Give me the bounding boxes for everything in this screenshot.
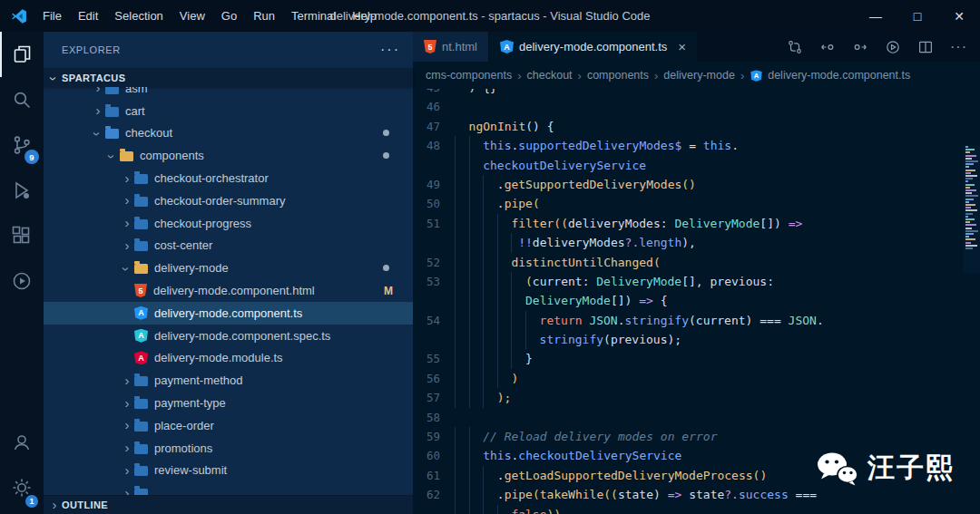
menu-go[interactable]: Go — [213, 0, 245, 32]
tree-item-payment-type[interactable]: ›payment-type — [44, 392, 413, 414]
section-outline[interactable]: › OUTLINE — [44, 495, 413, 514]
split-editor-icon[interactable] — [917, 39, 934, 55]
close-tab-icon[interactable]: × — [678, 39, 686, 54]
line-number[interactable]: 47 — [413, 117, 455, 136]
code-line-57[interactable]: 57); — [413, 388, 980, 407]
code-line-59[interactable]: 59// Reload delivery modes on error — [413, 427, 980, 446]
maximize-button[interactable]: □ — [897, 0, 938, 32]
menu-help[interactable]: Help — [344, 0, 385, 32]
code-line-56[interactable]: 56) — [413, 369, 980, 388]
line-number[interactable] — [413, 505, 455, 514]
breadcrumb-cms-components[interactable]: cms-components — [426, 69, 512, 82]
line-number[interactable]: 53 — [413, 272, 455, 291]
line-number[interactable]: 55 — [413, 349, 455, 368]
tab-nt.html[interactable]: 5nt.html — [413, 32, 489, 62]
tree-item-asm[interactable]: ›asm — [44, 87, 413, 100]
line-number[interactable]: 62 — [413, 485, 455, 504]
source-control-icon[interactable]: 9 — [0, 122, 44, 168]
code-line-52[interactable]: 52distinctUntilChanged( — [413, 253, 980, 272]
code-line-58[interactable]: 58 — [413, 408, 980, 427]
line-number[interactable]: 58 — [413, 408, 455, 427]
code-line-wrap[interactable]: DeliveryMode[]) => { — [413, 291, 980, 310]
menu-edit[interactable]: Edit — [70, 0, 106, 32]
tree-item-checkout-orchestrator[interactable]: ›checkout-orchestrator — [44, 167, 413, 189]
line-number[interactable] — [413, 330, 455, 349]
tree-item-checkout-order-summary[interactable]: ›checkout-order-summary — [44, 189, 413, 212]
account-icon[interactable] — [0, 420, 44, 465]
line-number[interactable] — [413, 156, 455, 175]
code-line-48[interactable]: 48this.supportedDeliveryModes$ = this. — [413, 136, 980, 155]
tree-item-delivery-mode.component.html[interactable]: 5delivery-mode.component.htmlM — [44, 279, 413, 302]
code-line-51[interactable]: 51filter((deliveryModes: DeliveryMode[])… — [413, 214, 980, 233]
tab-delivery-mode.component.ts[interactable]: Adelivery-mode.component.ts× — [489, 32, 698, 62]
more-actions-icon[interactable]: ··· — [950, 39, 967, 55]
run-circle-icon[interactable] — [0, 258, 44, 304]
tree-item-checkout[interactable]: ›checkout — [44, 122, 413, 145]
breadcrumb-delivery-mode[interactable]: delivery-mode — [663, 69, 735, 82]
tree-item-payment-method[interactable]: ›payment-method — [44, 369, 413, 392]
menu-selection[interactable]: Selection — [106, 0, 171, 32]
tree-item-partial[interactable]: › — [44, 481, 413, 495]
menu-file[interactable]: File — [34, 0, 70, 32]
code-line-46[interactable]: 46 — [413, 97, 980, 116]
breadcrumb-components[interactable]: components — [587, 69, 649, 82]
tree-item-delivery-mode.component.ts[interactable]: Adelivery-mode.component.ts — [44, 302, 413, 325]
explorer-more-actions-icon[interactable]: ··· — [380, 42, 400, 58]
breadcrumb-file[interactable]: A delivery-mode.component.ts — [750, 69, 910, 82]
breadcrumb-checkout[interactable]: checkout — [527, 69, 573, 82]
code-line-53[interactable]: 53(current: DeliveryMode[], previous: — [413, 272, 980, 291]
run-file-icon[interactable] — [885, 39, 901, 55]
code-line-wrap[interactable]: !!deliveryModes?.length), — [413, 233, 980, 252]
code-line-54[interactable]: 54return JSON.stringify(current) === JSO… — [413, 311, 980, 330]
tree-item-delivery-mode.component.spec.ts[interactable]: Adelivery-mode.component.spec.ts — [44, 325, 413, 347]
git-compare-icon[interactable] — [787, 39, 803, 55]
code-line-wrap[interactable]: stringify(previous); — [413, 330, 980, 349]
tree-item-cost-center[interactable]: ›cost-center — [44, 235, 413, 257]
line-number[interactable] — [413, 291, 455, 310]
tree-item-promotions[interactable]: ›promotions — [44, 437, 413, 460]
line-number[interactable]: 49 — [413, 175, 455, 194]
code-line-wrap[interactable]: false)) — [413, 505, 980, 514]
tree-item-checkout-progress[interactable]: ›checkout-progress — [44, 212, 413, 235]
next-change-icon[interactable] — [852, 39, 868, 55]
menu-terminal[interactable]: Terminal — [283, 0, 344, 32]
code-line-wrap[interactable]: checkoutDeliveryService — [413, 156, 980, 175]
explorer-icon[interactable] — [0, 32, 44, 77]
code-line-50[interactable]: 50.pipe( — [413, 194, 980, 213]
settings-gear-icon[interactable]: 1 — [0, 465, 44, 510]
line-number[interactable]: 61 — [413, 466, 455, 485]
extensions-icon[interactable] — [0, 213, 44, 258]
menu-run[interactable]: Run — [245, 0, 283, 32]
tree-item-place-order[interactable]: ›place-order — [44, 414, 413, 437]
code-line-45[interactable]: 45) {} — [413, 89, 980, 97]
tree-item-delivery-mode[interactable]: ›delivery-mode — [44, 257, 413, 279]
line-number[interactable]: 45 — [413, 89, 455, 97]
close-button[interactable]: ✕ — [938, 0, 980, 32]
line-number[interactable] — [413, 233, 455, 252]
code-line-49[interactable]: 49.getSupportedDeliveryModes() — [413, 175, 980, 194]
run-and-debug-icon[interactable] — [0, 168, 44, 213]
line-number[interactable]: 50 — [413, 194, 455, 213]
minimap[interactable] — [964, 146, 980, 273]
tree-item-components[interactable]: ›components — [44, 144, 413, 167]
tree-item-cart[interactable]: ›cart — [44, 100, 413, 122]
section-spartacus[interactable]: › SPARTACUS — [44, 68, 413, 87]
line-number[interactable]: 52 — [413, 253, 455, 272]
code-line-47[interactable]: 47ngOnInit() { — [413, 117, 980, 136]
code-line-55[interactable]: 55} — [413, 349, 980, 368]
minimize-button[interactable]: — — [855, 0, 897, 32]
line-number[interactable]: 51 — [413, 214, 455, 233]
previous-change-icon[interactable] — [819, 39, 836, 55]
line-number[interactable]: 48 — [413, 136, 455, 155]
code-line-62[interactable]: 62.pipe(takeWhile((state) => state?.succ… — [413, 485, 980, 504]
line-number[interactable]: 54 — [413, 311, 455, 330]
tree-item-review-submit[interactable]: ›review-submit — [44, 460, 413, 482]
search-icon[interactable] — [0, 77, 44, 122]
tree-item-delivery-mode.module.ts[interactable]: Adelivery-mode.module.ts — [44, 347, 413, 370]
line-number[interactable]: 59 — [413, 427, 455, 446]
menu-view[interactable]: View — [172, 0, 213, 32]
line-number[interactable]: 56 — [413, 369, 455, 388]
line-number[interactable]: 57 — [413, 388, 455, 407]
line-number[interactable]: 46 — [413, 97, 455, 116]
line-number[interactable]: 60 — [413, 446, 455, 465]
